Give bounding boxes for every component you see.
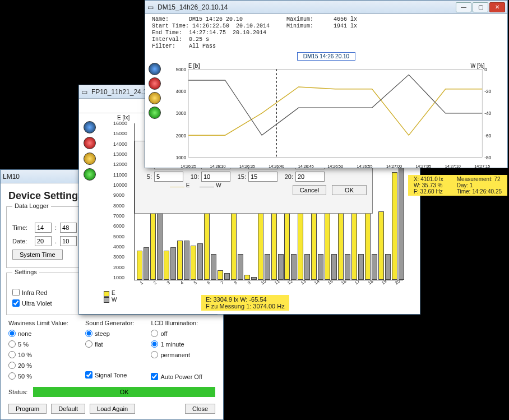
sound-column: Sound Generator: steep flat Signal Tone [85,320,134,380]
maximize-button[interactable]: ▢ [473,2,488,12]
dm15-titlebar[interactable]: ▭ DM15_14h26_20.10.14 — ▢ ✕ [145,1,507,14]
fp10-info: E: 3304.9 lx W: -65.54 F zu Messung 1: 3… [201,295,289,311]
sound-label: Sound Generator: [85,320,134,326]
lcd-perm[interactable]: permanent [151,351,202,358]
infrared-checkbox[interactable]: Infra Red [12,289,47,296]
dm15-info: X: 4101.0 lx W: 35.73 % F: 32.60 Hz Meas… [408,175,507,196]
dm15-badge: DM15 14:26 20.10 [297,52,355,61]
dm15-title: DM15_14h26_20.10.14 [158,3,228,11]
dm15-legend-e: E [186,182,190,188]
default-button[interactable]: Default [51,404,85,414]
sound-flat[interactable]: flat [85,340,134,348]
time-hour-input[interactable] [35,223,52,233]
svg-text:14:26:30: 14:26:30 [210,163,226,169]
svg-text:14:27:05: 14:27:05 [415,163,431,169]
svg-text:E [lx]: E [lx] [188,63,200,69]
tool-orb-green[interactable] [149,107,161,119]
svg-text:-40: -40 [484,110,491,117]
close-window-button[interactable]: ✕ [489,2,505,12]
svg-text:W [%]: W [%] [471,63,485,69]
ultraviolet-checkbox[interactable]: Ultra Violet [12,299,52,307]
sound-steep[interactable]: steep [85,330,134,337]
date-day-input[interactable] [35,236,52,246]
doc-icon: ▭ [81,88,89,96]
tool-orb-green[interactable] [84,168,96,181]
program-button[interactable]: Program [8,404,47,414]
waviness-label: Waviness Limit Value: [8,320,68,326]
svg-text:-60: -60 [484,132,491,139]
svg-text:14:26:35: 14:26:35 [239,163,255,169]
lcd-label: LCD Illumination: [151,320,202,326]
close-button[interactable]: Close [185,404,215,414]
date-mon-input[interactable] [60,236,77,246]
lcd-column: LCD Illumination: off 1 minute permanent… [151,320,202,380]
svg-text:14:27:15: 14:27:15 [474,163,490,169]
waviness-column: Waviness Limit Value: none 5 % 10 % 20 %… [8,320,68,380]
tool-orb-amber[interactable] [149,92,161,104]
fp10-legend-e: E [112,290,115,296]
dm15-meta: Name: DM15 14:26 20.10 Start Time: 14:26… [145,14,507,51]
auto-poweroff-checkbox[interactable]: Auto Power Off [151,373,202,380]
lcd-off[interactable]: off [151,330,202,337]
time-label: Time: [12,224,31,231]
svg-text:-20: -20 [484,89,491,95]
status-bar: OK [33,387,215,397]
signal-tone-checkbox[interactable]: Signal Tone [85,371,134,379]
svg-rect-0 [188,70,482,158]
fp10-legend-w: W [112,297,117,303]
lcd-1min[interactable]: 1 minute [151,340,202,348]
dm15-meta-right: Maximum: 4656 lx Minimum: 1941 lx [286,16,357,30]
svg-text:5000: 5000 [176,67,186,73]
lm10-title: LM10 [3,173,20,181]
settings-legend: Settings [12,269,39,275]
svg-text:14:27:10: 14:27:10 [445,163,461,169]
dm15-window: ▭ DM15_14h26_20.10.14 — ▢ ✕ Name: DM15 1… [145,0,508,168]
data-logger-legend: Data Logger [12,202,51,209]
loadagain-button[interactable]: Load Again [90,404,135,414]
tool-orb-amber[interactable] [84,153,96,165]
svg-text:14:26:45: 14:26:45 [298,163,314,169]
tool-orb-red[interactable] [84,137,96,149]
tool-orb-red[interactable] [149,77,161,90]
svg-text:4000: 4000 [176,89,186,95]
svg-text:14:26:25: 14:26:25 [181,163,196,169]
dm15-side-tools [145,62,164,174]
fp10-side-tools [79,113,100,314]
time-min-input[interactable] [60,223,77,233]
waviness-none[interactable]: none [8,330,68,337]
svg-text:2000: 2000 [176,132,186,139]
tool-orb-blue[interactable] [84,121,96,133]
dm15-plot: 10002000300040005000-80-60-40-200E [lx]W… [165,63,499,173]
tool-orb-blue[interactable] [149,63,161,75]
minimize-button[interactable]: — [456,2,471,12]
svg-text:1000: 1000 [176,154,186,160]
doc-icon: ▭ [147,3,155,11]
svg-text:14:26:55: 14:26:55 [357,163,373,169]
waviness-20[interactable]: 20 % [8,362,68,369]
svg-text:3000: 3000 [176,110,186,117]
svg-text:0: 0 [484,67,487,73]
fp10-ylabel: E [lx] [117,114,129,121]
dm15-meta-left: Name: DM15 14:26 20.10 Start Time: 14:26… [152,16,270,50]
waviness-10[interactable]: 10 % [8,351,68,358]
dm15-legend-w: W [216,182,221,188]
waviness-50[interactable]: 50 % [8,372,68,380]
svg-text:14:26:40: 14:26:40 [269,163,284,169]
system-time-button[interactable]: System Time [12,250,63,260]
svg-text:14:27:00: 14:27:00 [386,163,402,169]
waviness-5[interactable]: 5 % [8,340,68,348]
svg-text:14:26:50: 14:26:50 [327,163,343,169]
svg-text:-80: -80 [484,154,491,160]
status-label: Status: [8,389,27,395]
date-label: Date: [12,238,31,244]
